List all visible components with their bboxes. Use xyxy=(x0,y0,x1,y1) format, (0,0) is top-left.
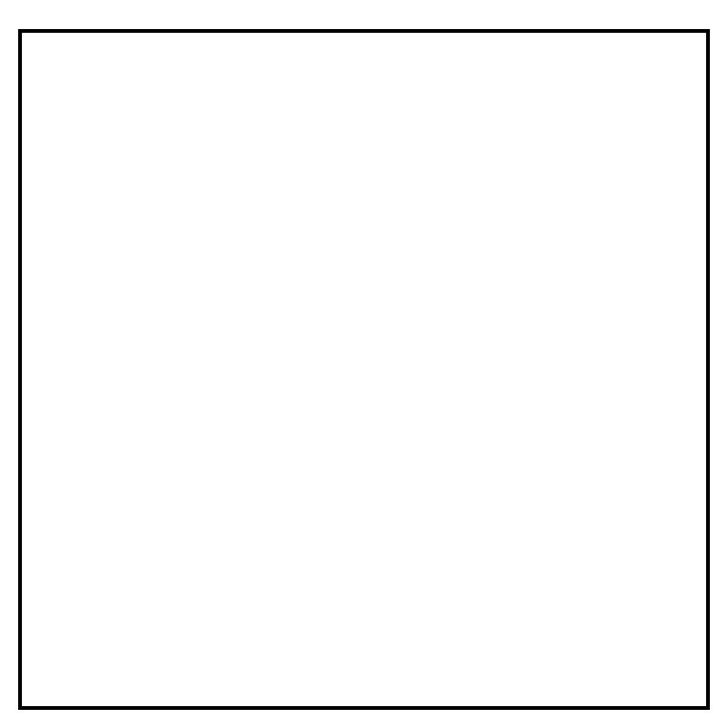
chart-plot-area xyxy=(18,29,710,710)
chart-line-series xyxy=(22,33,706,706)
